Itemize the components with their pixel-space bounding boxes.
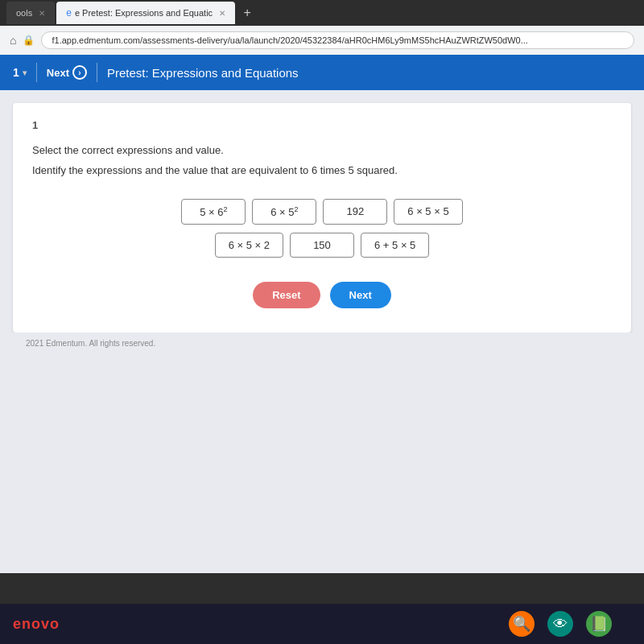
tab-tools-label: ools [16,8,32,18]
reset-button[interactable]: Reset [253,282,320,308]
address-bar: ⌂ 🔒 f1.app.edmentum.com/assessments-deli… [0,26,644,55]
tab-tools-close[interactable]: ✕ [39,9,45,18]
option-6x5sq[interactable]: 6 × 52 [252,199,316,225]
taskbar: 🔍 👁 📗 [0,604,644,644]
copyright-text: 2021 Edmentum. All rights reserved. [26,339,155,348]
option-row-2: 6 × 5 × 2 150 6 + 5 × 5 [215,233,430,258]
header-divider [36,63,37,82]
option-192[interactable]: 192 [323,199,387,225]
question-card: 1 Select the correct expressions and val… [13,103,631,332]
taskbar-icon-doc[interactable]: 📗 [586,611,612,637]
answer-options: 5 × 62 6 × 52 192 6 × 5 × 5 6 × 5 × 2 15… [32,199,612,258]
question-text: Identify the expressions and the value t… [32,164,612,176]
taskbar-icon-search[interactable]: 🔍 [509,611,535,637]
option-5x6sq[interactable]: 5 × 62 [181,199,246,225]
home-icon[interactable]: ⌂ [10,34,16,47]
tab-bar: ools ✕ e e Pretest: Expressions and Equa… [0,0,644,26]
question-number: 1 [32,119,612,131]
header-next-label: Next [47,67,69,79]
tab-tools[interactable]: ools ✕ [6,2,55,24]
option-row-1: 5 × 62 6 × 52 192 6 × 5 × 5 [181,199,462,225]
question-instruction: Select the correct expressions and value… [32,144,612,156]
app-header: 1 ▾ Next › Pretest: Expressions and Equa… [0,55,644,90]
footer: 2021 Edmentum. All rights reserved. [13,332,631,354]
tab-pretest-close[interactable]: ✕ [219,9,225,18]
next-button[interactable]: Next [330,282,391,308]
tab-pretest-label: e Pretest: Expressions and Equatic [75,8,213,18]
question-nav[interactable]: 1 ▾ [13,66,27,79]
action-buttons: Reset Next [32,282,612,308]
header-divider-2 [97,63,97,82]
chevron-down-icon[interactable]: ▾ [23,68,27,77]
arrow-right-circle-icon: › [72,65,87,80]
page-title: Pretest: Expressions and Equations [107,66,299,80]
option-150[interactable]: 150 [290,233,354,258]
header-next-button[interactable]: Next › [47,65,87,80]
lock-icon: 🔒 [23,35,35,46]
lenovo-text: enovo [13,616,60,633]
tab-pretest-favicon: e [66,7,72,19]
tab-pretest[interactable]: e e Pretest: Expressions and Equatic ✕ [56,2,235,24]
option-6plus5x5[interactable]: 6 + 5 × 5 [361,233,429,258]
taskbar-icon-eye[interactable]: 👁 [547,611,573,637]
question-number-display: 1 [13,66,19,79]
lenovo-branding: enovo [0,604,97,644]
option-6x5x5[interactable]: 6 × 5 × 5 [394,199,462,225]
new-tab-button[interactable]: + [237,2,258,23]
option-6x5x2[interactable]: 6 × 5 × 2 [215,233,283,258]
main-content: 1 Select the correct expressions and val… [0,90,644,573]
url-field[interactable]: f1.app.edmentum.com/assessments-delivery… [41,31,634,49]
